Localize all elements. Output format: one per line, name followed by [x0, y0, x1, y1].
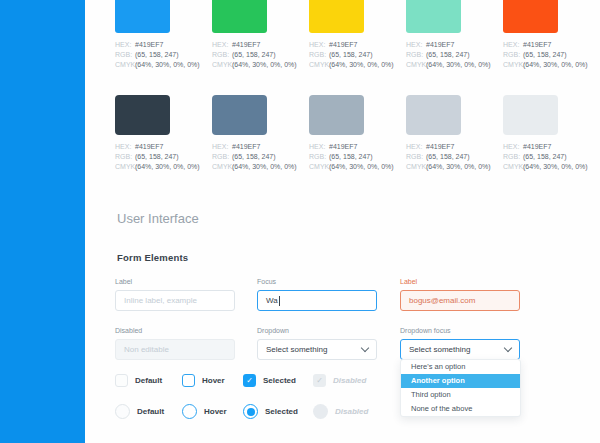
color-specs: HEX:#419EF7 RGB:(65, 158, 247) CMYK:(64%… — [115, 142, 212, 172]
rgb-key: RGB: — [406, 152, 426, 162]
chevron-down-icon — [361, 344, 369, 352]
checkbox-icon: ✓ — [243, 374, 256, 387]
cmyk-key: CMYK: — [212, 60, 232, 70]
cmyk-key: CMYK: — [309, 60, 329, 70]
hex-value: #419EF7 — [523, 143, 551, 150]
hex-value: #419EF7 — [232, 143, 260, 150]
text-input-disabled: Non editable — [115, 339, 235, 360]
hex-key: HEX: — [503, 142, 523, 152]
checkbox-hover[interactable]: Hover — [182, 374, 225, 387]
checkbox-disabled: ✓ Disabled — [313, 374, 366, 387]
hex-key: HEX: — [309, 142, 329, 152]
rgb-value: (65, 158, 247) — [523, 153, 567, 160]
rgb-value: (65, 158, 247) — [523, 51, 567, 58]
rgb-value: (65, 158, 247) — [329, 51, 373, 58]
text-input-error[interactable]: bogus@email.com — [400, 290, 520, 311]
field-dropdown-caption: Dropdown — [257, 326, 377, 335]
input-value: bogus@email.com — [409, 296, 475, 305]
text-input-default[interactable]: Inline label, example — [115, 290, 235, 311]
color-swatch-mint — [406, 0, 461, 33]
color-card-green: HEX:#419EF7 RGB:(65, 158, 247) CMYK:(64%… — [212, 0, 309, 70]
cmyk-key: CMYK: — [309, 162, 329, 172]
cmyk-key: CMYK: — [503, 162, 523, 172]
color-specs: HEX:#419EF7 RGB:(65, 158, 247) CMYK:(64%… — [309, 142, 406, 172]
color-card-slate-blue: HEX:#419EF7 RGB:(65, 158, 247) CMYK:(64%… — [212, 95, 309, 172]
dropdown-option-highlighted[interactable]: Another option — [401, 374, 520, 388]
rgb-key: RGB: — [309, 152, 329, 162]
cmyk-key: CMYK: — [406, 162, 426, 172]
hex-key: HEX: — [406, 40, 426, 50]
radio-default[interactable]: Default — [115, 404, 164, 419]
cmyk-value: (64%, 30%, 0%, 0%) — [232, 61, 297, 68]
hex-value: #419EF7 — [232, 41, 260, 48]
color-palette-row-neutral: HEX:#419EF7 RGB:(65, 158, 247) CMYK:(64%… — [115, 95, 600, 172]
field-disabled-caption: Disabled — [115, 326, 235, 335]
rgb-value: (65, 158, 247) — [232, 153, 276, 160]
field-error-caption: Label — [400, 277, 520, 286]
color-swatch-dark-slate — [115, 95, 170, 135]
rgb-key: RGB: — [115, 50, 135, 60]
checkbox-label: Hover — [202, 376, 225, 385]
checkbox-selected[interactable]: ✓ Selected — [243, 374, 296, 387]
color-specs: HEX:#419EF7 RGB:(65, 158, 247) CMYK:(64%… — [406, 142, 503, 172]
color-specs: HEX:#419EF7 RGB:(65, 158, 247) CMYK:(64%… — [503, 142, 600, 172]
color-specs: HEX:#419EF7 RGB:(65, 158, 247) CMYK:(64%… — [212, 142, 309, 172]
checkbox-icon — [182, 374, 195, 387]
color-swatch-orange — [503, 0, 558, 33]
hex-key: HEX: — [115, 142, 135, 152]
radio-selected[interactable]: Selected — [243, 404, 298, 419]
hex-value: #419EF7 — [426, 41, 454, 48]
radio-label: Disabled — [335, 407, 368, 416]
text-caret — [279, 296, 280, 306]
cmyk-key: CMYK: — [115, 60, 135, 70]
rgb-value: (65, 158, 247) — [426, 153, 470, 160]
color-swatch-yellow — [309, 0, 364, 33]
style-guide-page: HEX:#419EF7 RGB:(65, 158, 247) CMYK:(64%… — [0, 0, 600, 443]
dropdown-option[interactable]: Here's an option — [401, 360, 520, 374]
color-specs: HEX:#419EF7 RGB:(65, 158, 247) CMYK:(64%… — [115, 40, 212, 70]
hex-value: #419EF7 — [329, 41, 357, 48]
field-error: Label bogus@email.com — [400, 277, 520, 311]
chevron-down-icon — [504, 344, 512, 352]
field-disabled: Disabled Non editable — [115, 326, 235, 360]
checkmark-icon: ✓ — [316, 377, 323, 385]
hex-key: HEX: — [503, 40, 523, 50]
rgb-key: RGB: — [503, 152, 523, 162]
subsection-title-form-elements: Form Elements — [117, 252, 188, 263]
hex-value: #419EF7 — [135, 41, 163, 48]
field-dropdown-focus-caption: Dropdown focus — [400, 326, 520, 335]
dropdown-option[interactable]: None of the above — [401, 402, 520, 416]
hex-key: HEX: — [212, 40, 232, 50]
field-label-caption: Label — [115, 277, 235, 286]
checkbox-icon: ✓ — [313, 374, 326, 387]
radio-hover[interactable]: Hover — [182, 404, 227, 419]
checkbox-label: Disabled — [333, 376, 366, 385]
hex-key: HEX: — [309, 40, 329, 50]
input-value: Wa — [266, 296, 278, 305]
color-card-blue: HEX:#419EF7 RGB:(65, 158, 247) CMYK:(64%… — [115, 0, 212, 70]
field-dropdown: Dropdown Select something — [257, 326, 377, 360]
radio-icon — [243, 404, 258, 419]
cmyk-value: (64%, 30%, 0%, 0%) — [329, 163, 394, 170]
hex-value: #419EF7 — [329, 143, 357, 150]
radio-icon — [115, 404, 130, 419]
color-palette-row-primary: HEX:#419EF7 RGB:(65, 158, 247) CMYK:(64%… — [115, 0, 600, 70]
cmyk-value: (64%, 30%, 0%, 0%) — [329, 61, 394, 68]
cmyk-value: (64%, 30%, 0%, 0%) — [232, 163, 297, 170]
dropdown-option[interactable]: Third option — [401, 388, 520, 402]
color-specs: HEX:#419EF7 RGB:(65, 158, 247) CMYK:(64%… — [406, 40, 503, 70]
cmyk-key: CMYK: — [503, 60, 523, 70]
color-specs: HEX:#419EF7 RGB:(65, 158, 247) CMYK:(64%… — [212, 40, 309, 70]
radio-label: Hover — [204, 407, 227, 416]
field-focus: Focus Wa — [257, 277, 377, 311]
left-accent-bar — [0, 0, 85, 443]
input-placeholder: Non editable — [124, 345, 169, 354]
field-label: Label Inline label, example — [115, 277, 235, 311]
dropdown-select[interactable]: Select something — [257, 339, 377, 360]
radio-icon — [182, 404, 197, 419]
color-specs: HEX:#419EF7 RGB:(65, 158, 247) CMYK:(64%… — [503, 40, 600, 70]
dropdown-select-focused[interactable]: Select something — [400, 339, 520, 360]
checkbox-default[interactable]: Default — [115, 374, 162, 387]
checkbox-label: Default — [135, 376, 162, 385]
text-input-focused[interactable]: Wa — [257, 290, 377, 311]
